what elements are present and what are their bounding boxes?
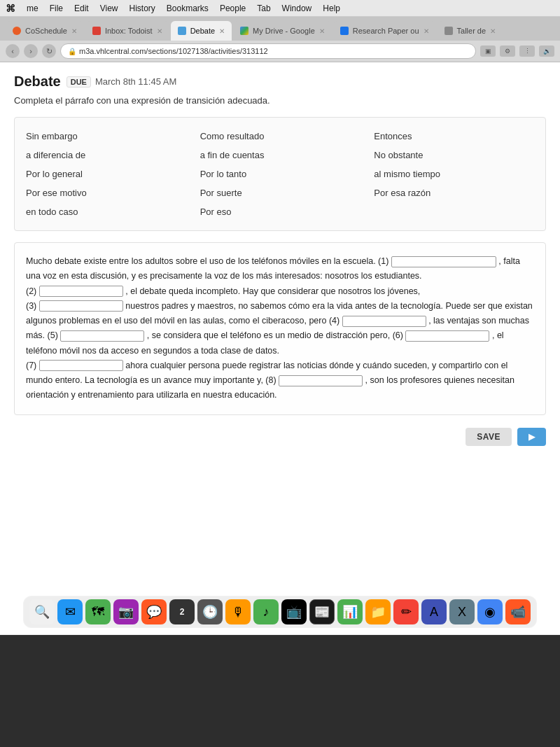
dock-podcast[interactable]: 🎙 — [225, 599, 251, 624]
tab-drive-close[interactable]: ✕ — [319, 27, 325, 35]
tab-taller[interactable]: Taller de ✕ — [438, 21, 503, 41]
word-por-eso: Por eso — [200, 204, 360, 219]
word-por-esa-razon: Por esa razón — [374, 186, 534, 200]
tab-taller-label: Taller de — [457, 27, 486, 35]
url-text: m3a.vhlcentral.com/sections/1027138/acti… — [79, 47, 268, 55]
tab-debate[interactable]: Debate ✕ — [171, 21, 232, 41]
word-a-fin: a fin de cuentas — [200, 148, 360, 162]
menu-me[interactable]: me — [27, 4, 38, 13]
back-button[interactable]: ‹ — [6, 44, 20, 58]
debate-title-row: Debate DUE March 8th 11:45 AM — [14, 74, 546, 90]
drive-favicon — [240, 27, 248, 35]
blank-3[interactable] — [39, 300, 123, 312]
word-bank-grid: Sin embargo Como resultado Entonces a di… — [26, 129, 534, 219]
dock-numbers[interactable]: 📊 — [337, 599, 363, 624]
dock-files[interactable]: 📁 — [365, 599, 391, 624]
menu-bookmarks[interactable]: Bookmarks — [167, 4, 209, 13]
blank-7[interactable] — [39, 360, 123, 371]
dock-news[interactable]: 📰 — [309, 599, 335, 624]
passage-intro: Mucho debate existe entre los adultos so… — [26, 256, 391, 266]
passage-label-7: (7) — [26, 361, 39, 370]
dock-clock[interactable]: 🕒 — [197, 599, 223, 624]
url-bar[interactable]: 🔒 m3a.vhlcentral.com/sections/1027138/ac… — [60, 43, 476, 59]
coschedule-favicon — [13, 27, 21, 35]
tab-todoist[interactable]: Inbox: Todoist ✕ — [85, 21, 169, 41]
refresh-button[interactable]: ↻ — [42, 44, 56, 58]
dock-finder[interactable]: 🔍 — [29, 599, 55, 624]
research-favicon — [340, 27, 349, 35]
menu-tab[interactable]: Tab — [257, 4, 270, 13]
tab-drive[interactable]: My Drive - Google ✕ — [233, 21, 332, 41]
tab-taller-close[interactable]: ✕ — [490, 27, 496, 35]
forward-button[interactable]: › — [24, 44, 38, 58]
blank-5[interactable] — [60, 330, 144, 342]
tab-coschedule[interactable]: CoSchedule ✕ — [6, 21, 84, 41]
taller-favicon — [444, 27, 453, 35]
passage-text-5: , se considera que el teléfono es un med… — [147, 330, 406, 340]
dock-music[interactable]: ♪ — [253, 599, 279, 624]
menu-window[interactable]: Window — [282, 4, 312, 13]
dock-mail[interactable]: ✉ — [57, 599, 83, 624]
word-por-suerte: Por suerte — [200, 186, 360, 200]
volume-btn[interactable]: 🔊 — [539, 46, 554, 57]
dock-x[interactable]: X — [449, 599, 475, 624]
word-entonces: Entonces — [374, 129, 534, 144]
blank-4[interactable] — [342, 316, 426, 327]
tab-debate-close[interactable]: ✕ — [219, 27, 225, 35]
passage-box: Mucho debate existe entre los adultos so… — [14, 242, 546, 415]
screen-area: ⌘ me File Edit View History Bookmarks Pe… — [0, 0, 560, 635]
dock-tv[interactable]: 📺 — [281, 599, 307, 624]
blank-6[interactable] — [405, 330, 489, 342]
tab-research[interactable]: Research Paper ou ✕ — [333, 21, 436, 41]
dock-maps[interactable]: 🗺 — [85, 599, 111, 624]
tab-coschedule-close[interactable]: ✕ — [71, 27, 77, 35]
dock: 🔍 ✉ 🗺 📷 💬 2 🕒 🎙 ♪ 📺 📰 📊 📁 ✏ A X ◉ 📹 — [23, 596, 537, 628]
apple-menu[interactable]: ⌘ — [6, 3, 15, 14]
dock-ai[interactable]: A — [421, 599, 447, 624]
tab-research-close[interactable]: ✕ — [424, 27, 429, 35]
word-por-lo-tanto: Por lo tanto — [200, 167, 360, 181]
passage-text-2: , el debate queda incompleto. Hay que co… — [125, 286, 420, 296]
blank-1[interactable] — [391, 256, 496, 267]
dock-messages[interactable]: 💬 — [141, 599, 167, 624]
blank-8[interactable] — [279, 375, 363, 386]
due-label: DUE — [66, 76, 91, 88]
word-en-todo-caso: en todo caso — [26, 204, 186, 219]
tab-drive-label: My Drive - Google — [253, 27, 315, 35]
dock-sketch[interactable]: ✏ — [393, 599, 419, 624]
menu-view[interactable]: View — [100, 4, 118, 13]
tab-todoist-label: Inbox: Todoist — [105, 27, 153, 35]
dock-zoom[interactable]: 📹 — [505, 599, 531, 624]
tab-bar: CoSchedule ✕ Inbox: Todoist ✕ Debate ✕ M… — [0, 17, 560, 41]
word-por-ese-motivo: Por ese motivo — [26, 186, 186, 200]
dock-cal[interactable]: 2 — [169, 599, 195, 624]
more-btn[interactable]: ⋮ — [519, 46, 535, 57]
lock-icon: 🔒 — [68, 48, 76, 55]
tab-debate-label: Debate — [190, 27, 215, 35]
menu-history[interactable]: History — [130, 4, 155, 13]
laptop-shell: ⌘ me File Edit View History Bookmarks Pe… — [0, 0, 560, 747]
tab-coschedule-label: CoSchedule — [25, 27, 67, 35]
page-content: Debate DUE March 8th 11:45 AM Completa e… — [0, 62, 560, 634]
due-date: March 8th 11:45 AM — [95, 76, 176, 87]
browser-chrome: CoSchedule ✕ Inbox: Todoist ✕ Debate ✕ M… — [0, 17, 560, 62]
dock-photos[interactable]: 📷 — [113, 599, 139, 624]
blank-2[interactable] — [39, 286, 123, 297]
menu-file[interactable]: File — [50, 4, 63, 13]
submit-button[interactable]: ▶ — [517, 428, 546, 446]
browser-controls: ▣ ⚙ ⋮ 🔊 — [480, 46, 554, 57]
page-header: Debate DUE March 8th 11:45 AM — [14, 74, 546, 90]
address-bar: ‹ › ↻ 🔒 m3a.vhlcentral.com/sections/1027… — [0, 41, 560, 62]
word-empty — [374, 204, 534, 219]
settings-btn[interactable]: ⚙ — [500, 46, 515, 57]
dock-chrome[interactable]: ◉ — [477, 599, 503, 624]
word-por-lo-general: Por lo general — [26, 167, 186, 181]
tab-todoist-close[interactable]: ✕ — [157, 27, 162, 35]
menu-help[interactable]: Help — [323, 4, 340, 13]
menu-edit[interactable]: Edit — [74, 4, 89, 13]
debate-favicon — [178, 27, 186, 35]
menu-people[interactable]: People — [220, 4, 246, 13]
save-button[interactable]: SAVE — [465, 428, 512, 446]
word-a-diferencia: a diferencia de — [26, 148, 186, 162]
video-btn[interactable]: ▣ — [480, 46, 496, 57]
